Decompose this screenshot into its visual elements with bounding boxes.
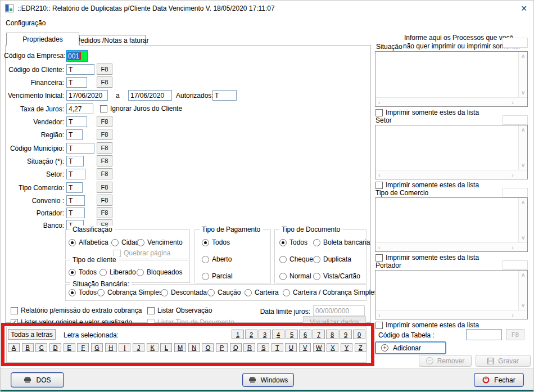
- listar-observacao-checkbox[interactable]: Listar Observação: [147, 307, 212, 314]
- letter-button-L[interactable]: L: [160, 343, 172, 352]
- taxa-juros-input[interactable]: 4,27: [66, 103, 93, 114]
- listbox-content[interactable]: [376, 271, 518, 309]
- quebrar-pagina-checkbox[interactable]: Quebrar página: [114, 249, 170, 257]
- scroll-right-icon[interactable]: ›: [512, 100, 514, 106]
- setor-input[interactable]: T: [66, 169, 85, 179]
- vertical-scrollbar[interactable]: ∧∨: [518, 125, 527, 170]
- letter-button-R[interactable]: R: [243, 343, 255, 352]
- codigo-municipio-input[interactable]: T: [66, 143, 94, 154]
- setor-listbox[interactable]: ∧∨‹›: [375, 125, 528, 179]
- number-button-7[interactable]: 7: [313, 330, 325, 339]
- number-button-1[interactable]: 1: [232, 330, 244, 339]
- windows-button[interactable]: Windows: [242, 373, 294, 387]
- letter-button-C[interactable]: C: [35, 343, 47, 352]
- letter-button-I[interactable]: I: [119, 343, 130, 352]
- scroll-up-icon[interactable]: ∧: [521, 127, 525, 133]
- radio-cliente-bloqueados[interactable]: Bloqueados: [137, 268, 182, 276]
- scroll-right-icon[interactable]: ›: [512, 172, 514, 178]
- situacao-listbox[interactable]: ∧∨‹›: [375, 51, 528, 107]
- tipo-comercio-input[interactable]: T: [66, 182, 83, 193]
- letter-button-K[interactable]: K: [147, 343, 159, 352]
- letter-button-A[interactable]: A: [8, 343, 20, 352]
- letter-button-Q[interactable]: Q: [230, 343, 242, 352]
- letter-button-O[interactable]: O: [202, 343, 214, 352]
- listbox-content[interactable]: [376, 126, 518, 169]
- scroll-left-icon[interactable]: ‹: [378, 312, 381, 318]
- number-button-9[interactable]: 9: [340, 330, 352, 339]
- remover-button[interactable]: − Remover: [419, 355, 472, 367]
- letter-button-W[interactable]: W: [313, 343, 325, 352]
- todas-letras-button[interactable]: Todas a letras: [8, 329, 56, 340]
- number-button-0[interactable]: 0: [353, 330, 365, 339]
- codigo-municipio-f8-button[interactable]: F8: [97, 142, 112, 154]
- horizontal-scrollbar[interactable]: ‹›: [375, 97, 527, 106]
- tipo-comercio-letter-box[interactable]: [503, 188, 528, 197]
- letter-button-H[interactable]: H: [105, 343, 117, 352]
- radio-pagamento-todos[interactable]: Todos: [202, 238, 230, 246]
- tipo-comercio-listbox[interactable]: ∧∨‹›: [375, 197, 528, 252]
- scroll-left-icon[interactable]: ‹: [378, 100, 381, 106]
- data-limite-input[interactable]: 00/00/0000: [313, 305, 365, 316]
- codigo-cliente-f8-button[interactable]: F8: [97, 64, 112, 75]
- radio-pagamento-parcial[interactable]: Parcial: [202, 272, 233, 280]
- imprimir-somente-setor-checkbox[interactable]: Imprimir somente estes da lista: [375, 181, 479, 189]
- letter-button-Y[interactable]: Y: [341, 343, 352, 352]
- vendedor-input[interactable]: T: [66, 116, 87, 127]
- imprimir-somente-tipo-comercio-checkbox[interactable]: Imprimir somente estes da lista: [375, 254, 479, 262]
- scroll-down-icon[interactable]: ∨: [521, 303, 525, 308]
- radio-documento-normal[interactable]: Normal: [279, 272, 311, 280]
- letter-button-U[interactable]: U: [285, 343, 297, 352]
- codigo-tabela-input[interactable]: [466, 329, 502, 340]
- adicionar-button[interactable]: + Adicionar: [375, 341, 446, 354]
- situacao-letter-box[interactable]: [503, 38, 528, 48]
- setor-letter-box[interactable]: [503, 115, 528, 125]
- financeira-input[interactable]: T: [66, 77, 87, 88]
- number-button-5[interactable]: 5: [286, 330, 298, 339]
- convenio-f8-button[interactable]: F8: [97, 195, 112, 206]
- close-icon[interactable]: ✕: [517, 3, 531, 14]
- scroll-down-icon[interactable]: ∨: [521, 90, 525, 96]
- scroll-down-icon[interactable]: ∨: [521, 163, 525, 168]
- number-button-3[interactable]: 3: [259, 330, 271, 339]
- listbox-content[interactable]: [376, 199, 518, 242]
- radio-bancaria-descontada[interactable]: Descontada: [161, 289, 207, 296]
- menu-item-configuracao[interactable]: Configuração: [6, 19, 46, 27]
- letter-button-X[interactable]: X: [327, 343, 338, 352]
- letter-button-T[interactable]: T: [271, 343, 283, 352]
- portador-input[interactable]: T: [66, 208, 85, 218]
- listar-tipo-documento-checkbox[interactable]: Listar Tipo de Documento: [147, 318, 234, 326]
- codigo-tabela-f8-button[interactable]: F8: [506, 329, 524, 340]
- regiao-f8-button[interactable]: F8: [97, 129, 112, 140]
- codigo-empresa-input[interactable]: 001: [66, 50, 88, 62]
- vendedor-f8-button[interactable]: F8: [97, 116, 112, 127]
- tab-pedidos-notas[interactable]: Pedidos /Notas a faturar: [79, 35, 146, 46]
- letter-button-B[interactable]: B: [22, 343, 34, 352]
- horizontal-scrollbar[interactable]: ‹›: [375, 310, 527, 319]
- listbox-content[interactable]: [376, 52, 518, 97]
- letter-button-S[interactable]: S: [257, 343, 269, 352]
- dos-button[interactable]: DOS: [11, 372, 64, 388]
- vertical-scrollbar[interactable]: ∧∨: [518, 271, 527, 310]
- radio-bancaria-carteira[interactable]: Carteira: [245, 289, 279, 296]
- ignorar-juros-checkbox[interactable]: Ignorar Juros do Cliente: [100, 105, 182, 112]
- situacao-f8-button[interactable]: F8: [97, 155, 112, 166]
- tipo-comercio-f8-button[interactable]: F8: [97, 182, 112, 193]
- portador-f8-button[interactable]: F8: [97, 207, 112, 218]
- scroll-right-icon[interactable]: ›: [512, 245, 514, 251]
- radio-bancaria-caucao[interactable]: Caução: [207, 289, 241, 296]
- radio-vencimento[interactable]: Vencimento: [137, 238, 183, 246]
- vertical-scrollbar[interactable]: ∧∨: [518, 52, 527, 97]
- scroll-up-icon[interactable]: ∧: [521, 200, 525, 205]
- vertical-scrollbar[interactable]: ∧∨: [518, 198, 527, 242]
- financeira-f8-button[interactable]: F8: [97, 76, 112, 88]
- letter-button-M[interactable]: M: [174, 343, 186, 352]
- horizontal-scrollbar[interactable]: ‹›: [375, 242, 527, 251]
- setor-f8-button[interactable]: F8: [97, 168, 112, 179]
- scroll-right-icon[interactable]: ›: [512, 312, 514, 318]
- radio-bancaria-carteira-cobranca[interactable]: Carteira / Cobrança Simples: [283, 289, 378, 296]
- listar-valor-checkbox[interactable]: ✓ Listar valor original e valor atualiza…: [11, 318, 132, 326]
- tab-propriedades[interactable]: Propriedades: [6, 33, 79, 46]
- scroll-up-icon[interactable]: ∧: [521, 272, 525, 278]
- portador-letter-box[interactable]: [503, 260, 528, 270]
- radio-cliente-liberado[interactable]: Liberado: [99, 268, 136, 276]
